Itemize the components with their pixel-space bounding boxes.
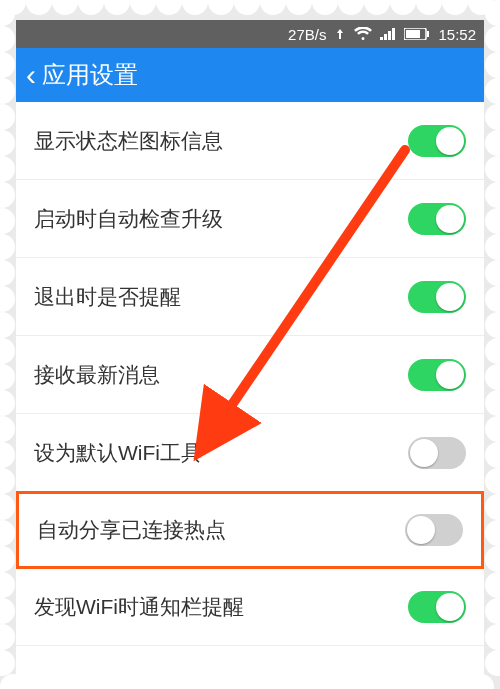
svg-point-70	[0, 416, 15, 442]
svg-point-6	[78, 0, 104, 15]
status-bar: 27B/s 15:52	[16, 20, 484, 48]
svg-point-77	[485, 494, 500, 520]
svg-point-75	[485, 468, 500, 494]
setting-label: 显示状态栏图标信息	[34, 127, 223, 155]
setting-row-partial	[16, 646, 484, 689]
svg-point-88	[0, 650, 15, 676]
toggle-switch[interactable]	[408, 281, 466, 313]
svg-rect-92	[388, 31, 391, 40]
setting-label: 接收最新消息	[34, 361, 160, 389]
setting-label: 自动分享已连接热点	[37, 516, 226, 544]
svg-point-26	[338, 0, 364, 15]
toggle-knob	[436, 593, 464, 621]
svg-rect-91	[384, 34, 387, 40]
svg-point-8	[104, 0, 130, 15]
svg-rect-93	[392, 28, 395, 40]
svg-point-74	[0, 468, 15, 494]
svg-point-32	[416, 0, 442, 15]
svg-point-58	[0, 260, 15, 286]
svg-point-69	[485, 390, 500, 416]
toggle-knob	[436, 205, 464, 233]
setting-row: 发现WiFi时通知栏提醒	[16, 568, 484, 646]
svg-point-22	[286, 0, 312, 15]
svg-point-73	[485, 442, 500, 468]
toggle-knob	[407, 516, 435, 544]
toggle-knob	[410, 439, 438, 467]
svg-point-87	[485, 624, 500, 650]
toggle-switch[interactable]	[408, 125, 466, 157]
svg-point-2	[26, 0, 52, 15]
svg-point-51	[485, 156, 500, 182]
svg-point-18	[234, 0, 260, 15]
svg-point-16	[208, 0, 234, 15]
svg-point-4	[52, 0, 78, 15]
svg-point-57	[485, 234, 500, 260]
app-header: ‹ 应用设置	[16, 48, 484, 102]
svg-point-41	[485, 26, 500, 52]
svg-point-43	[485, 52, 500, 78]
svg-point-45	[485, 78, 500, 104]
svg-point-0	[0, 0, 26, 15]
svg-point-14	[182, 0, 208, 15]
svg-point-39	[485, 0, 500, 26]
svg-point-36	[468, 0, 494, 15]
svg-point-89	[485, 650, 500, 676]
svg-point-80	[0, 546, 15, 572]
toggle-switch[interactable]	[405, 514, 463, 546]
setting-row: 设为默认WiFi工具	[16, 414, 484, 492]
svg-point-20	[260, 0, 286, 15]
svg-point-64	[0, 338, 15, 364]
svg-rect-96	[427, 31, 429, 37]
device-screen: 27B/s 15:52 ‹ 应用设置 显示状态栏图标信息启动时自动检查升级退出时…	[16, 20, 484, 689]
svg-point-28	[364, 0, 390, 15]
svg-point-42	[0, 52, 15, 78]
svg-point-38	[0, 0, 15, 26]
setting-label: 退出时是否提醒	[34, 283, 181, 311]
svg-point-30	[390, 0, 416, 15]
svg-point-62	[0, 312, 15, 338]
svg-point-53	[485, 182, 500, 208]
svg-point-47	[485, 104, 500, 130]
toggle-switch[interactable]	[408, 203, 466, 235]
setting-row: 自动分享已连接热点	[16, 491, 484, 569]
clock: 15:52	[438, 26, 476, 43]
setting-label: 启动时自动检查升级	[34, 205, 223, 233]
toggle-switch[interactable]	[408, 437, 466, 469]
svg-point-56	[0, 234, 15, 260]
svg-point-54	[0, 208, 15, 234]
svg-point-86	[0, 624, 15, 650]
battery-icon	[404, 28, 430, 40]
svg-point-71	[485, 416, 500, 442]
svg-point-85	[485, 598, 500, 624]
svg-point-24	[312, 0, 338, 15]
toggle-knob	[436, 283, 464, 311]
svg-rect-90	[380, 37, 383, 40]
setting-row: 退出时是否提醒	[16, 258, 484, 336]
svg-point-76	[0, 494, 15, 520]
svg-point-67	[485, 364, 500, 390]
svg-point-72	[0, 442, 15, 468]
svg-point-60	[0, 286, 15, 312]
wifi-icon	[354, 27, 372, 41]
setting-row: 显示状态栏图标信息	[16, 102, 484, 180]
toggle-switch[interactable]	[408, 591, 466, 623]
toggle-switch[interactable]	[408, 359, 466, 391]
setting-row: 启动时自动检查升级	[16, 180, 484, 258]
svg-rect-95	[406, 30, 420, 38]
svg-point-78	[0, 520, 15, 546]
svg-point-66	[0, 364, 15, 390]
setting-row: 接收最新消息	[16, 336, 484, 414]
svg-point-82	[0, 572, 15, 598]
toggle-knob	[436, 361, 464, 389]
svg-point-59	[485, 260, 500, 286]
svg-point-68	[0, 390, 15, 416]
svg-point-84	[0, 598, 15, 624]
setting-label: 设为默认WiFi工具	[34, 439, 202, 467]
page-title: 应用设置	[42, 59, 138, 91]
back-icon[interactable]: ‹	[26, 60, 36, 90]
svg-point-48	[0, 130, 15, 156]
svg-point-46	[0, 104, 15, 130]
svg-point-44	[0, 78, 15, 104]
svg-point-61	[485, 286, 500, 312]
setting-label: 发现WiFi时通知栏提醒	[34, 593, 244, 621]
